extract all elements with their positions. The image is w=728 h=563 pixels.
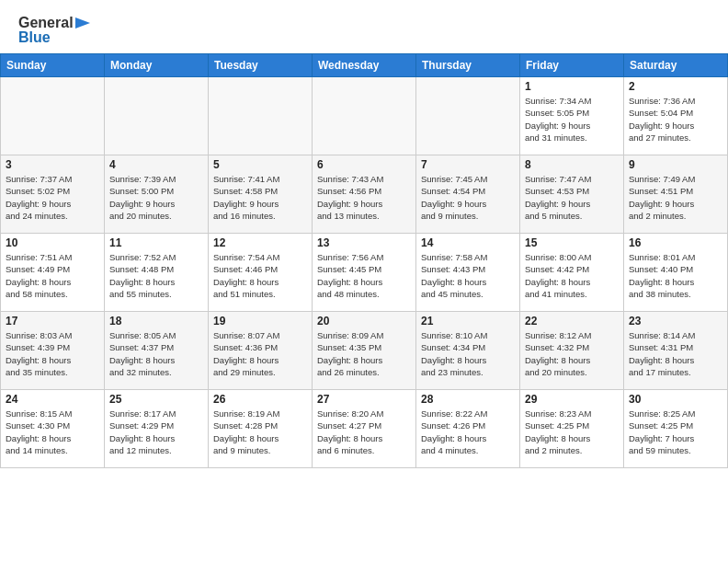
day-info: Sunrise: 8:14 AM Sunset: 4:31 PM Dayligh… <box>629 329 722 378</box>
day-number: 2 <box>629 80 722 93</box>
logo-arrow-icon <box>75 17 90 29</box>
day-number: 24 <box>6 393 99 406</box>
calendar-table: SundayMondayTuesdayWednesdayThursdayFrid… <box>0 53 728 468</box>
day-number: 11 <box>109 236 203 249</box>
day-number: 19 <box>213 315 307 327</box>
day-info: Sunrise: 8:15 AM Sunset: 4:30 PM Dayligh… <box>6 408 99 456</box>
day-info: Sunrise: 7:49 AM Sunset: 4:51 PM Dayligh… <box>629 173 722 222</box>
day-info: Sunrise: 8:19 AM Sunset: 4:28 PM Dayligh… <box>213 408 307 456</box>
calendar-cell: 30Sunrise: 8:25 AM Sunset: 4:25 PM Dayli… <box>624 390 728 468</box>
day-number: 23 <box>629 315 722 327</box>
day-number: 13 <box>317 236 411 249</box>
calendar-cell <box>105 77 209 155</box>
calendar-cell: 24Sunrise: 8:15 AM Sunset: 4:30 PM Dayli… <box>1 390 105 468</box>
calendar-week-row: 3Sunrise: 7:37 AM Sunset: 5:02 PM Daylig… <box>1 155 728 234</box>
day-info: Sunrise: 8:05 AM Sunset: 4:37 PM Dayligh… <box>109 329 203 378</box>
weekday-header-tuesday: Tuesday <box>209 54 313 77</box>
calendar-cell: 3Sunrise: 7:37 AM Sunset: 5:02 PM Daylig… <box>1 155 105 234</box>
weekday-header-friday: Friday <box>520 54 624 77</box>
day-number: 9 <box>629 158 722 171</box>
calendar-cell: 22Sunrise: 8:12 AM Sunset: 4:32 PM Dayli… <box>520 312 624 390</box>
day-number: 21 <box>421 315 515 327</box>
day-number: 8 <box>525 158 619 171</box>
calendar-header-row: SundayMondayTuesdayWednesdayThursdayFrid… <box>1 54 728 77</box>
weekday-header-wednesday: Wednesday <box>313 54 416 77</box>
calendar-cell: 7Sunrise: 7:45 AM Sunset: 4:54 PM Daylig… <box>416 155 520 234</box>
calendar-cell: 10Sunrise: 7:51 AM Sunset: 4:49 PM Dayli… <box>1 234 105 312</box>
logo: General Blue <box>18 15 90 46</box>
day-info: Sunrise: 8:01 AM Sunset: 4:40 PM Dayligh… <box>629 251 722 300</box>
day-info: Sunrise: 8:03 AM Sunset: 4:39 PM Dayligh… <box>6 329 99 378</box>
day-info: Sunrise: 7:36 AM Sunset: 5:04 PM Dayligh… <box>629 95 722 144</box>
day-number: 4 <box>109 158 203 171</box>
day-number: 27 <box>317 393 411 406</box>
day-number: 10 <box>6 236 99 249</box>
calendar-cell: 27Sunrise: 8:20 AM Sunset: 4:27 PM Dayli… <box>313 390 416 468</box>
calendar-cell: 1Sunrise: 7:34 AM Sunset: 5:05 PM Daylig… <box>520 77 624 155</box>
day-number: 16 <box>629 236 722 249</box>
logo-blue-text: Blue <box>18 29 90 46</box>
day-info: Sunrise: 8:23 AM Sunset: 4:25 PM Dayligh… <box>525 408 619 456</box>
day-info: Sunrise: 8:20 AM Sunset: 4:27 PM Dayligh… <box>317 408 411 456</box>
day-info: Sunrise: 7:52 AM Sunset: 4:48 PM Dayligh… <box>109 251 203 300</box>
day-info: Sunrise: 8:25 AM Sunset: 4:25 PM Dayligh… <box>629 408 722 456</box>
weekday-header-monday: Monday <box>105 54 209 77</box>
calendar-cell: 28Sunrise: 8:22 AM Sunset: 4:26 PM Dayli… <box>416 390 520 468</box>
day-number: 25 <box>109 393 203 406</box>
calendar-week-row: 1Sunrise: 7:34 AM Sunset: 5:05 PM Daylig… <box>1 77 728 155</box>
calendar-cell <box>209 77 313 155</box>
calendar-cell: 5Sunrise: 7:41 AM Sunset: 4:58 PM Daylig… <box>209 155 313 234</box>
day-number: 30 <box>629 393 722 406</box>
day-info: Sunrise: 8:17 AM Sunset: 4:29 PM Dayligh… <box>109 408 203 456</box>
day-info: Sunrise: 7:56 AM Sunset: 4:45 PM Dayligh… <box>317 251 411 300</box>
weekday-header-sunday: Sunday <box>1 54 105 77</box>
day-number: 17 <box>6 315 99 327</box>
day-number: 20 <box>317 315 411 327</box>
calendar-cell: 8Sunrise: 7:47 AM Sunset: 4:53 PM Daylig… <box>520 155 624 234</box>
calendar-cell: 23Sunrise: 8:14 AM Sunset: 4:31 PM Dayli… <box>624 312 728 390</box>
day-number: 29 <box>525 393 619 406</box>
calendar-cell: 11Sunrise: 7:52 AM Sunset: 4:48 PM Dayli… <box>105 234 209 312</box>
day-info: Sunrise: 7:45 AM Sunset: 4:54 PM Dayligh… <box>421 173 515 222</box>
day-info: Sunrise: 7:47 AM Sunset: 4:53 PM Dayligh… <box>525 173 619 222</box>
day-number: 15 <box>525 236 619 249</box>
calendar-week-row: 10Sunrise: 7:51 AM Sunset: 4:49 PM Dayli… <box>1 234 728 312</box>
calendar-cell: 15Sunrise: 8:00 AM Sunset: 4:42 PM Dayli… <box>520 234 624 312</box>
day-number: 5 <box>213 158 307 171</box>
day-info: Sunrise: 8:22 AM Sunset: 4:26 PM Dayligh… <box>421 408 515 456</box>
calendar-cell: 29Sunrise: 8:23 AM Sunset: 4:25 PM Dayli… <box>520 390 624 468</box>
calendar-cell: 12Sunrise: 7:54 AM Sunset: 4:46 PM Dayli… <box>209 234 313 312</box>
day-info: Sunrise: 8:00 AM Sunset: 4:42 PM Dayligh… <box>525 251 619 300</box>
calendar-cell: 4Sunrise: 7:39 AM Sunset: 5:00 PM Daylig… <box>105 155 209 234</box>
calendar-cell: 26Sunrise: 8:19 AM Sunset: 4:28 PM Dayli… <box>209 390 313 468</box>
day-info: Sunrise: 7:43 AM Sunset: 4:56 PM Dayligh… <box>317 173 411 222</box>
calendar-cell: 18Sunrise: 8:05 AM Sunset: 4:37 PM Dayli… <box>105 312 209 390</box>
day-info: Sunrise: 7:34 AM Sunset: 5:05 PM Dayligh… <box>525 95 619 144</box>
calendar-cell: 21Sunrise: 8:10 AM Sunset: 4:34 PM Dayli… <box>416 312 520 390</box>
day-number: 22 <box>525 315 619 327</box>
calendar-week-row: 17Sunrise: 8:03 AM Sunset: 4:39 PM Dayli… <box>1 312 728 390</box>
day-info: Sunrise: 7:41 AM Sunset: 4:58 PM Dayligh… <box>213 173 307 222</box>
logo-row: General Blue <box>18 15 90 46</box>
calendar-cell: 2Sunrise: 7:36 AM Sunset: 5:04 PM Daylig… <box>624 77 728 155</box>
calendar-cell: 13Sunrise: 7:56 AM Sunset: 4:45 PM Dayli… <box>313 234 416 312</box>
day-info: Sunrise: 7:58 AM Sunset: 4:43 PM Dayligh… <box>421 251 515 300</box>
calendar-cell <box>1 77 105 155</box>
day-info: Sunrise: 7:39 AM Sunset: 5:00 PM Dayligh… <box>109 173 203 222</box>
day-info: Sunrise: 7:51 AM Sunset: 4:49 PM Dayligh… <box>6 251 99 300</box>
day-number: 28 <box>421 393 515 406</box>
calendar-cell: 6Sunrise: 7:43 AM Sunset: 4:56 PM Daylig… <box>313 155 416 234</box>
day-number: 3 <box>6 158 99 171</box>
day-number: 18 <box>109 315 203 327</box>
weekday-header-saturday: Saturday <box>624 54 728 77</box>
calendar-cell: 14Sunrise: 7:58 AM Sunset: 4:43 PM Dayli… <box>416 234 520 312</box>
calendar-cell: 17Sunrise: 8:03 AM Sunset: 4:39 PM Dayli… <box>1 312 105 390</box>
day-number: 14 <box>421 236 515 249</box>
calendar-cell <box>313 77 416 155</box>
weekday-header-thursday: Thursday <box>416 54 520 77</box>
day-info: Sunrise: 8:10 AM Sunset: 4:34 PM Dayligh… <box>421 329 515 378</box>
calendar-cell: 19Sunrise: 8:07 AM Sunset: 4:36 PM Dayli… <box>209 312 313 390</box>
calendar-cell: 16Sunrise: 8:01 AM Sunset: 4:40 PM Dayli… <box>624 234 728 312</box>
day-info: Sunrise: 7:54 AM Sunset: 4:46 PM Dayligh… <box>213 251 307 300</box>
calendar-cell: 9Sunrise: 7:49 AM Sunset: 4:51 PM Daylig… <box>624 155 728 234</box>
